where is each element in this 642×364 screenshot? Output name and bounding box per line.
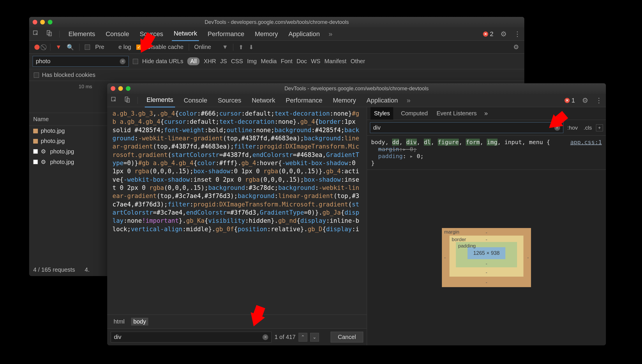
breadcrumb-html[interactable]: html: [111, 318, 127, 326]
rule-source-link[interactable]: app.css:1: [570, 139, 602, 146]
gear-glyph: ⚙: [41, 148, 46, 155]
tab-console[interactable]: Console: [104, 27, 131, 41]
gear-icon[interactable]: ⚙: [500, 30, 507, 38]
filter-type-css[interactable]: CSS: [231, 58, 243, 65]
titlebar: DevTools - developers.google.com/web/too…: [107, 83, 606, 94]
kebab-icon[interactable]: ⋮: [595, 96, 602, 105]
inspect-icon[interactable]: [33, 30, 39, 38]
blocked-cookies-bar: Has blocked cookies: [29, 69, 524, 81]
timeline-tick: 10 ms: [79, 84, 92, 90]
tab-memory[interactable]: Memory: [331, 94, 358, 107]
image-file-icon: [33, 139, 38, 144]
tab-memory[interactable]: Memory: [253, 27, 280, 41]
preserve-log-checkbox[interactable]: [85, 45, 90, 50]
tab-network[interactable]: Network: [172, 27, 199, 41]
box-model-diagram[interactable]: margin ---- border -- padding -- 1265 × …: [367, 170, 606, 345]
throttling-select[interactable]: Online: [194, 44, 211, 50]
record-button[interactable]: [34, 45, 40, 50]
hide-data-urls-label: Hide data URLs: [142, 58, 183, 65]
upload-icon[interactable]: ⬆: [239, 44, 244, 51]
rule-close: }: [371, 160, 375, 167]
filter-type-doc[interactable]: Doc: [297, 58, 307, 65]
elements-search-bar: div ✕ 1 of 417 ⌃ ⌄ Cancel: [107, 328, 367, 345]
filter-type-other[interactable]: Other: [350, 58, 365, 65]
overflow-tabs-icon[interactable]: »: [484, 110, 488, 117]
error-count-value: 1: [572, 97, 575, 104]
gear-glyph: ⚙: [41, 158, 46, 165]
filter-icon[interactable]: ▼: [56, 44, 61, 50]
blocked-cookies-checkbox[interactable]: [34, 73, 39, 78]
breadcrumb-body[interactable]: body: [131, 318, 148, 326]
gear-icon[interactable]: ⚙: [582, 96, 588, 105]
rule-selector: body, dd, div, dl, figure, form, img, in…: [371, 139, 550, 146]
file-name: photo.jpg: [50, 159, 74, 165]
tab-application[interactable]: Application: [365, 94, 400, 107]
error-count[interactable]: ✕ 2: [483, 30, 493, 38]
dropdown-icon[interactable]: ▼: [222, 44, 228, 50]
filter-type-all[interactable]: All: [187, 57, 200, 65]
margin-label: margin: [444, 229, 459, 235]
hide-data-urls-checkbox[interactable]: [133, 59, 138, 64]
kebab-icon[interactable]: ⋮: [514, 30, 521, 38]
gear-file-icon: [33, 160, 38, 164]
filter-type-media[interactable]: Media: [261, 58, 276, 65]
overflow-tabs-icon[interactable]: »: [407, 96, 410, 105]
tab-console[interactable]: Console: [182, 94, 209, 107]
tab-elements[interactable]: Elements: [67, 27, 97, 41]
filter-type-js[interactable]: JS: [220, 58, 227, 65]
search-next-button[interactable]: ⌄: [310, 333, 319, 342]
tab-performance[interactable]: Performance: [206, 27, 246, 41]
border-label: border: [452, 237, 466, 243]
cls-toggle[interactable]: .cls: [582, 124, 594, 132]
clear-search-icon[interactable]: ✕: [262, 334, 268, 340]
tab-performance[interactable]: Performance: [284, 94, 324, 107]
preserve-log-label: Pre: [95, 44, 104, 50]
main-tab-bar: Elements Console Sources Network Perform…: [107, 94, 606, 107]
window-title: DevTools - developers.google.com/web/too…: [29, 19, 524, 25]
error-icon: ✕: [483, 31, 488, 37]
source-code-view[interactable]: a.gb_3.gb_3,.gb_4{color:#666;cursor:defa…: [107, 107, 367, 314]
filter-type-ws[interactable]: WS: [311, 58, 320, 65]
error-icon: ✕: [565, 98, 570, 103]
styles-filter-input[interactable]: div ✕: [370, 122, 563, 133]
main-tab-bar: Elements Console Sources Network Perform…: [29, 27, 524, 41]
tab-network[interactable]: Network: [250, 94, 277, 107]
devtools-window-elements: DevTools - developers.google.com/web/too…: [107, 83, 606, 345]
filter-type-xhr[interactable]: XHR: [204, 58, 216, 65]
error-count-value: 2: [490, 30, 493, 38]
search-cancel-button[interactable]: Cancel: [331, 332, 363, 342]
dom-breadcrumb: html body: [107, 314, 367, 328]
padding-declaration[interactable]: padding: ▸ 0;: [378, 153, 424, 160]
filter-input[interactable]: photo ✕: [33, 56, 129, 67]
tab-computed[interactable]: Computed: [400, 107, 429, 120]
titlebar: DevTools - developers.google.com/web/too…: [29, 17, 524, 27]
filter-type-font[interactable]: Font: [281, 58, 292, 65]
tab-event-listeners[interactable]: Event Listeners: [435, 107, 478, 120]
search-prev-button[interactable]: ⌃: [299, 333, 307, 342]
search-input[interactable]: div ✕: [111, 332, 271, 342]
search-icon[interactable]: 🔍: [67, 44, 74, 51]
tab-sources[interactable]: Sources: [216, 94, 243, 107]
tab-elements[interactable]: Elements: [145, 93, 175, 107]
tab-application[interactable]: Application: [287, 27, 322, 41]
gear-icon[interactable]: ⚙: [513, 43, 519, 51]
margin-declaration[interactable]: margin:▸ 0;: [378, 146, 417, 153]
css-rule[interactable]: body, dd, div, dl, figure, form, img, in…: [367, 136, 606, 170]
filter-type-manifest[interactable]: Manifest: [324, 58, 347, 65]
blocked-cookies-label: Has blocked cookies: [42, 72, 95, 78]
device-toggle-icon[interactable]: [124, 96, 130, 105]
clear-filter-icon[interactable]: ✕: [120, 59, 126, 64]
error-count[interactable]: ✕ 1: [565, 97, 575, 104]
filter-type-img[interactable]: Img: [247, 58, 257, 65]
request-count: 4 / 165 requests: [33, 266, 75, 273]
overflow-tabs-icon[interactable]: »: [329, 30, 332, 38]
inspect-icon[interactable]: [111, 96, 117, 105]
device-toggle-icon[interactable]: [46, 30, 52, 38]
search-value: div: [114, 334, 121, 340]
preserve-log-label-end: e log: [119, 44, 131, 50]
new-style-rule-button[interactable]: +: [596, 124, 603, 131]
separator: [59, 31, 60, 38]
download-icon[interactable]: ⬇: [249, 44, 254, 51]
hov-toggle[interactable]: :hov: [566, 124, 580, 132]
tab-styles[interactable]: Styles: [371, 107, 393, 120]
